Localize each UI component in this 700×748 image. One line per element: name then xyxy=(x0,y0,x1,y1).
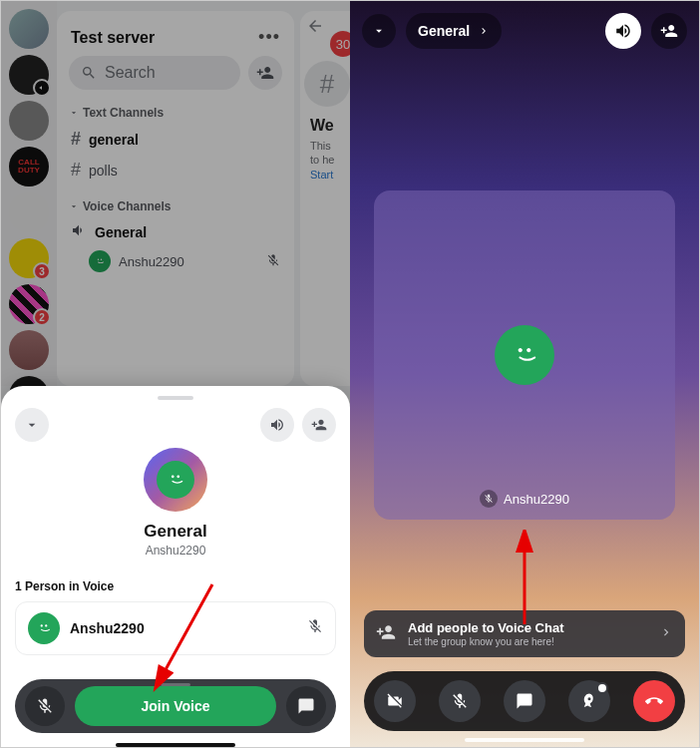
audio-output-button[interactable] xyxy=(605,13,641,49)
join-voice-button[interactable]: Join Voice xyxy=(75,686,276,726)
chat-button[interactable] xyxy=(504,680,545,722)
mention-badge: 30 xyxy=(330,31,350,57)
text-channels-header[interactable]: Text Channels xyxy=(57,100,294,124)
hash-icon: # xyxy=(304,61,350,107)
server-avatar[interactable] xyxy=(9,9,49,49)
mic-off-icon xyxy=(451,692,469,710)
invite-people-button[interactable] xyxy=(248,56,282,90)
participant-tile[interactable]: Anshu2290 xyxy=(374,190,675,520)
chevron-down-icon xyxy=(69,108,79,118)
camera-off-icon xyxy=(386,692,404,710)
voice-member-row[interactable]: Anshu2290 xyxy=(15,601,336,655)
server-avatar[interactable] xyxy=(9,101,49,141)
channel-avatar xyxy=(144,448,207,512)
server-avatar[interactable] xyxy=(9,192,49,232)
audio-output-button[interactable] xyxy=(260,408,294,442)
server-rail: CALLDUTY 3 2 15 xyxy=(1,1,57,386)
banner-subtitle: Let the group know you are here! xyxy=(408,636,564,647)
muted-icon xyxy=(307,618,323,638)
invite-button[interactable] xyxy=(651,13,687,49)
chat-icon xyxy=(297,697,315,715)
search-icon xyxy=(81,65,97,81)
welcome-desc: Thisto heStart xyxy=(310,139,340,182)
muted-icon xyxy=(266,253,280,270)
server-menu-icon[interactable]: ••• xyxy=(258,27,280,48)
search-input[interactable]: Search xyxy=(69,56,240,90)
chevron-right-icon xyxy=(659,625,673,643)
voice-member-name: Anshu2290 xyxy=(70,620,145,636)
banner-title: Add people to Voice Chat xyxy=(408,620,564,635)
add-person-icon xyxy=(256,64,274,82)
chevron-down-icon xyxy=(372,24,386,38)
search-placeholder: Search xyxy=(105,64,156,82)
voice-control-bar xyxy=(364,671,685,731)
server-avatar[interactable]: 3 xyxy=(9,238,49,278)
hash-icon: # xyxy=(71,160,81,181)
server-avatar[interactable] xyxy=(9,330,49,370)
sheet-channel-name: General xyxy=(15,522,336,542)
collapse-button[interactable] xyxy=(15,408,49,442)
chat-icon xyxy=(516,692,533,710)
add-people-banner[interactable]: Add people to Voice Chat Let the group k… xyxy=(364,610,685,657)
channel-list-pane: Test server ••• Search Text Channels #ge… xyxy=(57,11,294,386)
muted-icon xyxy=(480,490,498,508)
chevron-down-icon xyxy=(69,201,79,211)
mic-off-icon xyxy=(36,697,54,715)
server-avatar[interactable]: 2 xyxy=(9,284,49,324)
server-title[interactable]: Test server xyxy=(71,29,155,47)
add-person-icon xyxy=(660,22,678,40)
chat-button[interactable] xyxy=(286,686,326,726)
join-voice-bar: Join Voice xyxy=(15,679,336,733)
activities-button[interactable] xyxy=(568,680,610,722)
disconnect-button[interactable] xyxy=(633,680,675,722)
voice-user-row[interactable]: Anshu2290 xyxy=(57,246,294,276)
chevron-down-icon xyxy=(24,417,40,433)
main-channel-peek: 30 # We Thisto heStart xyxy=(300,11,350,386)
back-icon[interactable] xyxy=(306,17,324,39)
speaker-icon xyxy=(614,22,632,40)
user-avatar xyxy=(28,612,60,644)
hash-icon: # xyxy=(71,129,81,150)
chevron-right-icon xyxy=(478,25,490,37)
rocket-icon xyxy=(580,692,598,710)
voice-top-bar: General xyxy=(350,1,699,61)
speaker-icon xyxy=(71,222,87,241)
sheet-channel-sub: Anshu2290 xyxy=(15,544,336,558)
server-avatar[interactable]: CALLDUTY xyxy=(9,147,49,187)
welcome-heading: We xyxy=(310,117,340,135)
bar-grabber[interactable] xyxy=(161,683,190,686)
sheet-grabber[interactable] xyxy=(158,396,193,400)
add-person-icon xyxy=(376,622,396,646)
channel-general[interactable]: #general xyxy=(57,124,294,155)
discord-icon xyxy=(165,469,186,491)
home-indicator xyxy=(465,738,584,742)
server-avatar[interactable] xyxy=(9,55,49,95)
mute-toggle-button[interactable] xyxy=(25,686,65,726)
channel-pill[interactable]: General xyxy=(406,13,502,49)
discord-icon xyxy=(508,338,541,372)
person-count-label: 1 Person in Voice xyxy=(15,579,336,593)
add-person-icon xyxy=(311,417,327,433)
notification-dot xyxy=(596,682,608,694)
voice-channels-header[interactable]: Voice Channels xyxy=(57,193,294,217)
channel-polls[interactable]: #polls xyxy=(57,155,294,186)
user-avatar xyxy=(495,325,554,385)
mute-button[interactable] xyxy=(439,680,481,722)
minimize-button[interactable] xyxy=(362,14,396,48)
home-indicator xyxy=(116,743,235,747)
user-avatar xyxy=(89,250,111,272)
camera-off-button[interactable] xyxy=(374,680,416,722)
speaker-icon xyxy=(269,417,285,433)
voice-channel-general[interactable]: General xyxy=(57,217,294,246)
participant-name: Anshu2290 xyxy=(480,490,569,508)
invite-button[interactable] xyxy=(302,408,336,442)
hangup-icon xyxy=(645,692,663,710)
voice-join-sheet: General Anshu2290 1 Person in Voice Ansh… xyxy=(1,386,350,747)
